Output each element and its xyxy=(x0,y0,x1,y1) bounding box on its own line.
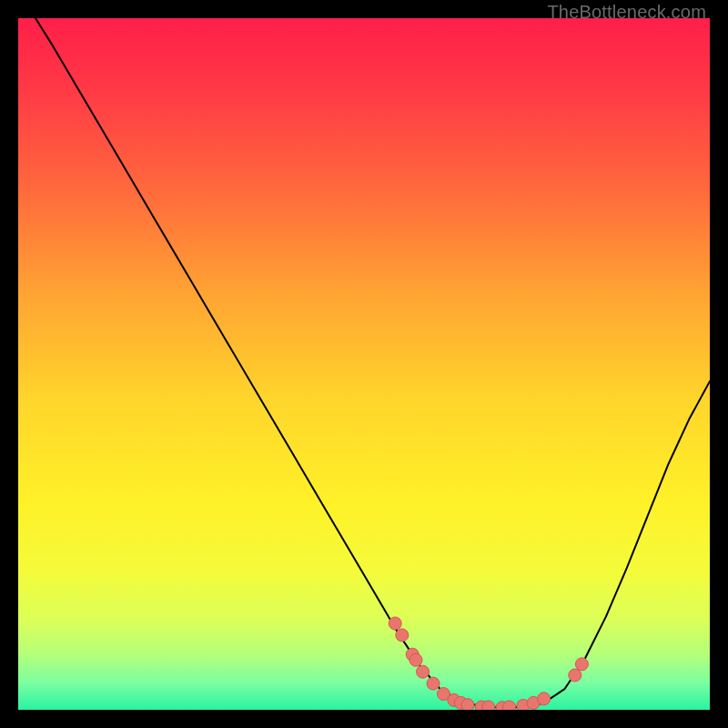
scatter-point xyxy=(482,701,495,710)
chart-svg xyxy=(18,18,710,710)
scatter-point xyxy=(427,677,440,690)
chart-frame xyxy=(18,18,710,710)
scatter-point xyxy=(461,699,474,710)
scatter-point xyxy=(389,617,401,630)
scatter-point xyxy=(396,629,409,642)
scatter-point xyxy=(538,693,551,705)
scatter-point xyxy=(575,658,588,671)
scatter-point xyxy=(417,665,430,678)
chart-background xyxy=(18,18,710,710)
scatter-point xyxy=(569,669,581,682)
scatter-point xyxy=(503,701,516,710)
scatter-point xyxy=(410,653,422,666)
